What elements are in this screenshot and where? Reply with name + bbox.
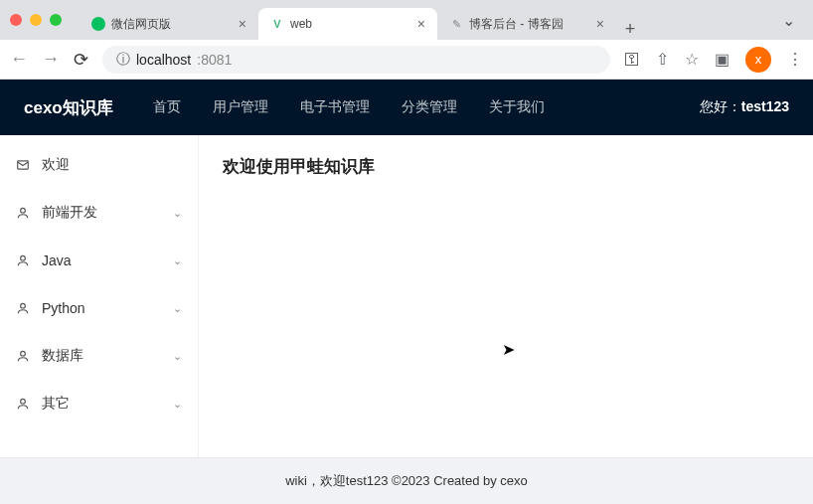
sidebar-item-label: 前端开发	[42, 204, 173, 222]
tab-title: web	[290, 17, 411, 31]
close-tab-icon[interactable]: ×	[417, 16, 425, 32]
footer-text: wiki，欢迎test123 ©2023 Created by cexo	[285, 473, 528, 488]
user-icon	[16, 349, 32, 363]
user-icon	[16, 397, 32, 411]
sidebar-item-frontend[interactable]: 前端开发 ⌄	[0, 189, 198, 237]
sidebar-item-database[interactable]: 数据库 ⌄	[0, 332, 198, 380]
sidebar-item-label: Python	[42, 300, 173, 316]
bookmark-icon[interactable]: ☆	[685, 50, 699, 69]
greeting-prefix: 您好：	[700, 98, 741, 114]
content-heading: 欢迎使用甲蛙知识库	[223, 155, 789, 178]
tab-web[interactable]: V web ×	[258, 8, 437, 40]
share-icon[interactable]: ⇧	[656, 50, 669, 69]
reload-button[interactable]: ⟳	[74, 49, 88, 71]
browser-tab-strip: 微信网页版 × V web × ✎ 博客后台 - 博客园 × + ⌄	[0, 0, 813, 40]
tab-cnblogs[interactable]: ✎ 博客后台 - 博客园 ×	[437, 8, 616, 40]
close-tab-icon[interactable]: ×	[596, 16, 604, 32]
maximize-window-button[interactable]	[50, 14, 62, 26]
chevron-down-icon: ⌄	[173, 302, 182, 315]
url-port: :8081	[197, 52, 232, 68]
nav-ebooks[interactable]: 电子书管理	[300, 98, 370, 116]
tab-list-dropdown-icon[interactable]: ⌄	[774, 11, 803, 30]
svg-point-4	[21, 351, 26, 356]
brand-title: cexo知识库	[24, 96, 113, 119]
nav-categories[interactable]: 分类管理	[402, 98, 457, 116]
browser-toolbar: ← → ⟳ ⓘ localhost:8081 ⚿ ⇧ ☆ ▣ x ⋮	[0, 40, 813, 80]
user-icon	[16, 253, 32, 267]
window-controls	[10, 14, 62, 26]
nav-about[interactable]: 关于我们	[489, 98, 545, 116]
user-greeting: 您好：test123	[700, 98, 789, 116]
sidebar-item-welcome[interactable]: 欢迎	[0, 141, 198, 189]
address-bar[interactable]: ⓘ localhost:8081	[102, 46, 610, 74]
new-tab-button[interactable]: +	[616, 19, 644, 40]
svg-point-2	[21, 255, 26, 260]
main-nav: 首页 用户管理 电子书管理 分类管理 关于我们	[153, 98, 545, 116]
site-info-icon[interactable]: ⓘ	[116, 51, 130, 69]
svg-point-1	[21, 208, 26, 213]
user-icon	[16, 206, 32, 220]
nav-users[interactable]: 用户管理	[213, 98, 268, 116]
tab-wechat[interactable]: 微信网页版 ×	[80, 8, 258, 40]
side-panel-icon[interactable]: ▣	[715, 50, 730, 69]
forward-button[interactable]: →	[42, 49, 60, 70]
tab-title: 博客后台 - 博客园	[469, 16, 590, 33]
svg-point-3	[21, 303, 26, 308]
sidebar-item-java[interactable]: Java ⌄	[0, 237, 198, 284]
chevron-down-icon: ⌄	[173, 398, 182, 411]
sidebar-item-label: 数据库	[42, 347, 173, 365]
back-button[interactable]: ←	[10, 49, 28, 70]
wechat-favicon-icon	[91, 17, 105, 31]
vue-favicon-icon: V	[270, 17, 284, 31]
toolbar-actions: ⚿ ⇧ ☆ ▣ x ⋮	[624, 47, 803, 73]
minimize-window-button[interactable]	[30, 14, 42, 26]
app-footer: wiki，欢迎test123 ©2023 Created by cexo	[0, 457, 813, 504]
close-window-button[interactable]	[10, 14, 22, 26]
chevron-down-icon: ⌄	[173, 207, 182, 220]
sidebar: 欢迎 前端开发 ⌄ Java ⌄ Python ⌄ 数据库 ⌄	[0, 135, 199, 457]
tabs-container: 微信网页版 × V web × ✎ 博客后台 - 博客园 × +	[80, 0, 766, 40]
main-content: 欢迎使用甲蛙知识库	[199, 135, 813, 457]
sidebar-item-label: 其它	[42, 395, 173, 413]
menu-icon[interactable]: ⋮	[787, 50, 803, 69]
nav-home[interactable]: 首页	[153, 98, 181, 116]
mail-icon	[16, 158, 32, 172]
sidebar-item-other[interactable]: 其它 ⌄	[0, 380, 198, 427]
user-icon	[16, 301, 32, 315]
profile-avatar[interactable]: x	[745, 47, 771, 73]
sidebar-item-label: Java	[42, 252, 173, 268]
cnblogs-favicon-icon: ✎	[449, 17, 463, 31]
url-host: localhost	[136, 52, 191, 68]
greeting-username: test123	[741, 98, 789, 114]
sidebar-item-python[interactable]: Python ⌄	[0, 284, 198, 332]
chevron-down-icon: ⌄	[173, 254, 182, 267]
sidebar-item-label: 欢迎	[42, 156, 182, 174]
app-body: 欢迎 前端开发 ⌄ Java ⌄ Python ⌄ 数据库 ⌄	[0, 135, 813, 457]
key-icon[interactable]: ⚿	[624, 51, 640, 69]
svg-point-5	[21, 399, 26, 404]
chevron-down-icon: ⌄	[173, 350, 182, 363]
close-tab-icon[interactable]: ×	[239, 16, 246, 32]
app-header: cexo知识库 首页 用户管理 电子书管理 分类管理 关于我们 您好：test1…	[0, 80, 813, 135]
tab-title: 微信网页版	[111, 16, 233, 33]
app-root: cexo知识库 首页 用户管理 电子书管理 分类管理 关于我们 您好：test1…	[0, 80, 813, 504]
